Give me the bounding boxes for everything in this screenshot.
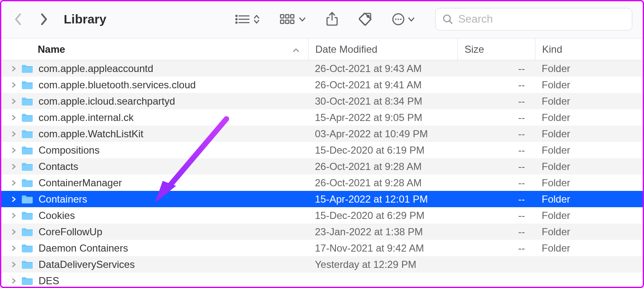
file-size: -- [457,177,535,189]
search-icon [442,14,453,25]
file-size: -- [457,144,535,156]
disclosure-triangle-icon[interactable] [10,180,18,186]
svg-point-17 [400,18,402,20]
folder-icon [21,276,34,286]
forward-button[interactable] [40,13,48,26]
disclosure-triangle-icon[interactable] [10,196,18,203]
file-size: -- [457,193,535,205]
file-date: 15-Apr-2022 at 9:05 PM [308,112,457,123]
file-date: 26-Oct-2021 at 9:41 AM [308,79,457,91]
file-row[interactable]: ContainerManager 26-Oct-2021 at 9:28 AM … [0,175,644,191]
column-header-name[interactable]: Name [0,44,308,55]
file-name: Compositions [39,144,99,156]
group-by-button[interactable] [279,13,306,25]
group-icon [279,13,296,25]
file-name: com.apple.appleaccountd [39,63,153,75]
tags-button[interactable] [358,12,372,26]
file-size: -- [457,63,535,75]
share-icon [325,12,339,27]
svg-rect-9 [280,20,284,23]
file-date: 26-Oct-2021 at 9:43 AM [308,63,457,75]
file-row[interactable]: com.apple.WatchListKit 03-Apr-2022 at 10… [0,126,644,142]
file-size: -- [457,79,535,91]
file-row[interactable]: com.apple.appleaccountd 26-Oct-2021 at 9… [0,60,644,77]
file-row[interactable]: DES [0,273,644,288]
file-name: Cookies [39,210,75,221]
folder-icon [21,113,34,123]
file-name: CoreFollowUp [39,226,102,238]
search-field[interactable]: Search [435,8,632,31]
chevron-down-icon [408,16,415,22]
file-date: 15-Dec-2020 at 6:19 PM [308,144,457,156]
folder-icon [21,129,34,139]
file-date: Yesterday at 12:29 PM [308,259,457,270]
list-view-icon [234,13,251,25]
disclosure-triangle-icon[interactable] [10,65,18,72]
disclosure-triangle-icon[interactable] [10,82,18,88]
svg-rect-6 [280,15,284,18]
share-button[interactable] [325,12,339,27]
file-row[interactable]: Contacts 26-Oct-2021 at 9:28 AM -- Folde… [0,158,644,175]
folder-icon [21,162,34,172]
toolbar-actions [234,12,415,27]
disclosure-triangle-icon[interactable] [10,261,18,268]
svg-point-0 [236,15,237,16]
disclosure-triangle-icon[interactable] [10,245,18,252]
file-row[interactable]: CoreFollowUp 23-Jan-2022 at 1:38 PM -- F… [0,224,644,240]
file-size: -- [457,112,535,123]
more-ellipsis-icon [392,13,405,26]
svg-rect-8 [291,15,294,18]
disclosure-triangle-icon[interactable] [10,114,18,121]
file-name: com.apple.internal.ck [39,112,134,123]
file-date: 15-Apr-2022 at 12:01 PM [308,193,457,205]
file-kind: Folder [535,242,644,254]
file-kind: Folder [535,128,644,140]
file-row[interactable]: com.apple.internal.ck 15-Apr-2022 at 9:0… [0,109,644,126]
svg-point-2 [236,18,237,20]
folder-icon [21,194,34,204]
file-size: -- [457,95,535,107]
tag-icon [358,12,372,26]
file-date: 15-Dec-2020 at 6:29 PM [308,210,457,221]
disclosure-triangle-icon[interactable] [10,229,18,235]
file-kind: Folder [535,177,644,189]
file-row[interactable]: Daemon Containers 17-Nov-2021 at 9:42 AM… [0,240,644,256]
chevron-left-icon [14,13,22,26]
file-name: Containers [39,193,87,205]
chevron-down-icon [299,16,306,22]
folder-icon [21,64,34,74]
folder-icon [21,227,34,237]
folder-icon [21,96,34,106]
disclosure-triangle-icon[interactable] [10,278,18,284]
file-row[interactable]: Cookies 15-Dec-2020 at 6:29 PM -- Folder [0,207,644,224]
nav-arrows [14,13,48,26]
file-row[interactable]: Compositions 15-Dec-2020 at 6:19 PM -- F… [0,142,644,158]
disclosure-triangle-icon[interactable] [10,131,18,137]
folder-icon [21,178,34,188]
file-kind: Folder [535,210,644,221]
file-size: -- [457,226,535,238]
file-size: -- [457,161,535,172]
file-name: Contacts [39,161,78,172]
column-header-kind[interactable]: Kind [535,39,644,60]
more-actions-button[interactable] [392,13,415,26]
back-button[interactable] [14,13,22,26]
toolbar: Library [0,0,644,39]
file-row[interactable]: DataDeliveryServices Yesterday at 12:29 … [0,256,644,273]
file-row[interactable]: Containers 15-Apr-2022 at 12:01 PM -- Fo… [0,191,644,207]
file-row[interactable]: com.apple.bluetooth.services.cloud 26-Oc… [0,77,644,93]
window-title: Library [64,12,106,26]
file-kind: Folder [535,79,644,91]
column-header-date[interactable]: Date Modified [308,39,457,60]
folder-icon [21,211,34,221]
disclosure-triangle-icon[interactable] [10,212,18,219]
chevron-right-icon [40,13,48,26]
view-list-button[interactable] [234,13,260,25]
disclosure-triangle-icon[interactable] [10,98,18,105]
disclosure-triangle-icon[interactable] [10,147,18,154]
search-placeholder: Search [458,13,493,26]
file-row[interactable]: com.apple.icloud.searchpartyd 30-Oct-202… [0,93,644,109]
disclosure-triangle-icon[interactable] [10,163,18,170]
column-header-size[interactable]: Size [457,39,535,60]
file-list: com.apple.appleaccountd 26-Oct-2021 at 9… [0,60,644,288]
